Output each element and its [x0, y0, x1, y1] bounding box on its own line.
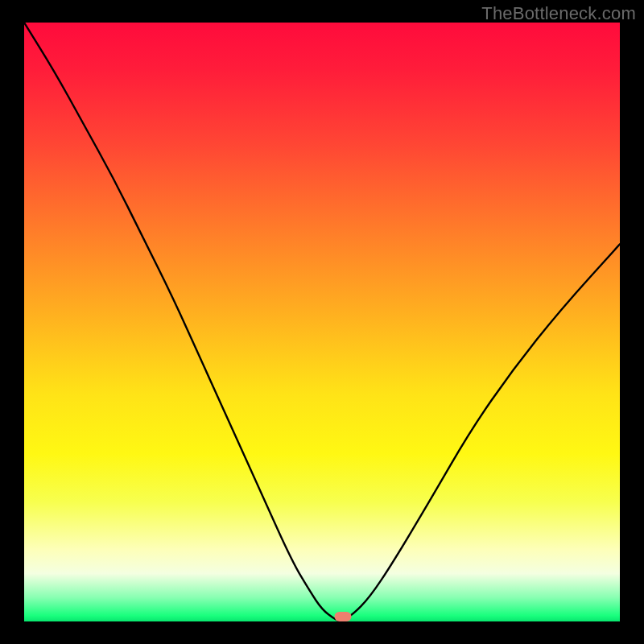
plot-area [24, 23, 620, 621]
watermark-text: TheBottleneck.com [481, 3, 636, 24]
bottleneck-curve [24, 23, 620, 621]
curve-path [24, 23, 620, 621]
chart-frame: TheBottleneck.com [0, 0, 644, 644]
optimum-marker [335, 612, 352, 621]
